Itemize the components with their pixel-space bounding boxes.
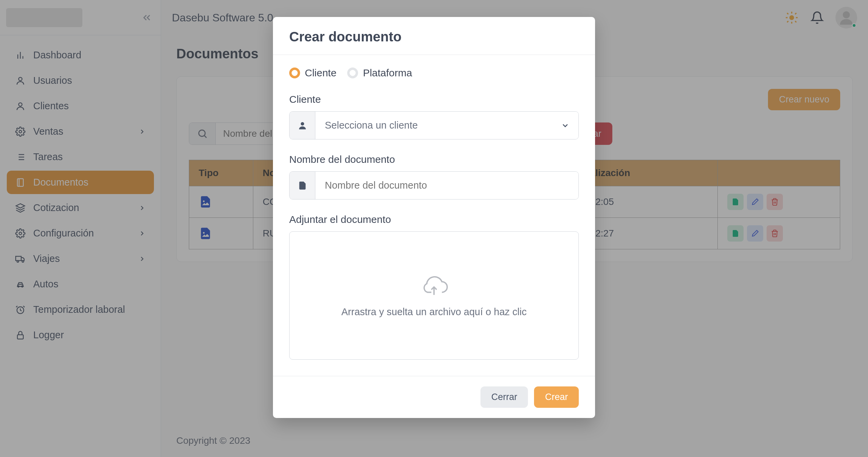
radio-circle-icon: [347, 68, 358, 78]
svg-point-39: [301, 122, 304, 126]
attach-label: Adjuntar el documento: [289, 214, 579, 225]
client-select[interactable]: Selecciona un cliente: [315, 112, 578, 139]
create-button[interactable]: Crear: [534, 386, 579, 408]
modal-title: Crear documento: [289, 29, 579, 44]
radio-plataforma[interactable]: Plataforma: [347, 67, 412, 79]
name-input-group: [289, 171, 579, 199]
type-radio-group: Cliente Plataforma: [289, 67, 579, 79]
close-button[interactable]: Cerrar: [480, 386, 528, 408]
name-label: Nombre del documento: [289, 154, 579, 165]
create-document-modal: Crear documento Cliente Plataforma Clien…: [273, 17, 595, 418]
dropzone-text: Arrastra y suelta un archivo aquí o haz …: [341, 306, 527, 318]
radio-circle-checked-icon: [289, 68, 300, 78]
cloud-upload-icon: [418, 274, 450, 298]
client-select-group: Selecciona un cliente: [289, 111, 579, 139]
modal-overlay[interactable]: Crear documento Cliente Plataforma Clien…: [0, 0, 868, 457]
file-dropzone[interactable]: Arrastra y suelta un archivo aquí o haz …: [289, 231, 579, 360]
radio-cliente-label: Cliente: [305, 67, 336, 79]
client-label: Cliente: [289, 94, 579, 105]
radio-cliente[interactable]: Cliente: [289, 67, 336, 79]
file-icon: [290, 172, 315, 199]
document-name-input[interactable]: [315, 172, 578, 199]
user-icon: [290, 112, 315, 139]
radio-plataforma-label: Plataforma: [363, 67, 412, 79]
